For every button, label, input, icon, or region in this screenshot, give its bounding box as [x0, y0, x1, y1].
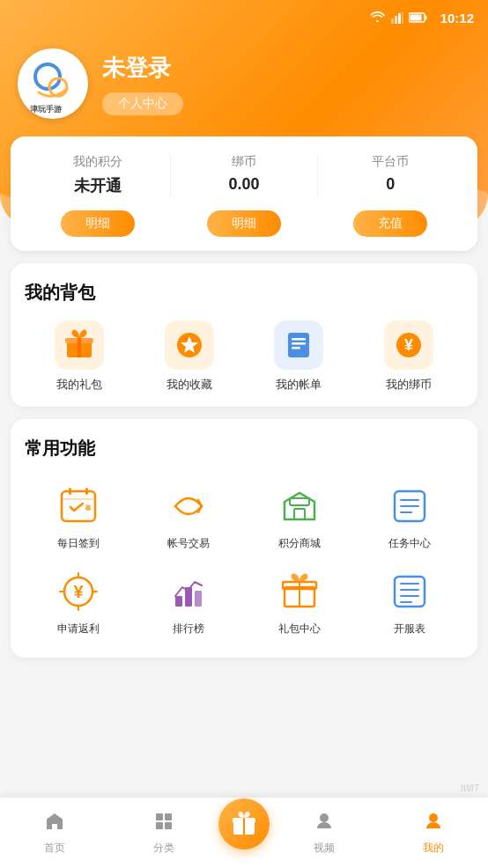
apply-rebate-icon: ¥ [55, 569, 101, 614]
svg-text:¥: ¥ [404, 336, 413, 354]
functions-title: 常用功能 [25, 437, 463, 460]
backpack-title: 我的背包 [25, 281, 463, 305]
stat-bindcoin-value: 0.00 [228, 175, 259, 194]
server-list-item[interactable]: 开服表 [361, 562, 458, 644]
status-bar: 10:12 [0, 0, 488, 35]
leaderboard-item[interactable]: 排行榜 [140, 562, 237, 644]
nav-mine[interactable]: 我的 [379, 811, 488, 856]
account-trade-item[interactable]: 帐号交易 [140, 476, 237, 558]
my-bill-label: 我的帐单 [276, 377, 322, 393]
svg-rect-27 [290, 498, 309, 505]
avatar[interactable]: 津玩手游 [18, 48, 88, 119]
recharge-button[interactable]: 充值 [353, 210, 427, 237]
my-favorites-item[interactable]: 我的收藏 [135, 320, 245, 393]
stat-points-value: 未开通 [74, 175, 122, 196]
svg-text:¥: ¥ [73, 582, 84, 601]
stat-points-label: 我的积分 [73, 154, 122, 170]
svg-point-53 [429, 813, 438, 822]
functions-grid: 每日签到 帐号交易 [25, 476, 463, 644]
my-giftpack-item[interactable]: 我的礼包 [25, 320, 135, 393]
svg-rect-13 [78, 338, 81, 357]
svg-rect-0 [391, 18, 394, 24]
nav-video[interactable]: 视频 [270, 811, 379, 856]
account-trade-icon [166, 483, 211, 529]
wifi-icon [370, 11, 386, 24]
apply-rebate-item[interactable]: ¥ 申请返利 [30, 562, 127, 644]
leaderboard-icon [166, 569, 211, 614]
svg-rect-23 [62, 498, 95, 500]
video-icon [314, 811, 335, 837]
profile-name: 未登录 [102, 53, 183, 84]
nav-category[interactable]: 分类 [109, 811, 218, 856]
signal-icon [391, 11, 403, 24]
svg-rect-18 [292, 342, 306, 345]
task-center-icon [387, 483, 433, 529]
functions-section: 常用功能 每日签到 [11, 419, 477, 658]
my-bindcoin-item[interactable]: ¥ 我的绑币 [354, 320, 464, 393]
svg-rect-47 [156, 822, 163, 829]
stat-bindcoin-label: 绑币 [232, 154, 256, 170]
svg-rect-6 [410, 15, 421, 21]
svg-rect-46 [165, 813, 172, 820]
my-bindcoin-icon: ¥ [384, 320, 433, 370]
gift-center-item[interactable]: 礼包中心 [251, 562, 348, 644]
svg-rect-26 [294, 509, 305, 519]
my-bill-icon [274, 320, 323, 370]
svg-rect-24 [69, 488, 71, 495]
svg-rect-16 [288, 333, 309, 357]
daily-signin-item[interactable]: 每日签到 [30, 476, 127, 558]
svg-rect-3 [402, 11, 403, 24]
stat-points: 我的积分 未开通 [25, 154, 170, 196]
nav-gift-icon [231, 811, 257, 837]
svg-rect-19 [292, 347, 300, 349]
svg-rect-34 [175, 596, 182, 607]
personal-center-button[interactable]: 个人中心 [102, 92, 183, 115]
nav-center-gift-button[interactable] [218, 798, 270, 850]
main-content: 我的积分 未开通 绑币 0.00 平台币 0 明细 明细 充值 我的背包 [0, 136, 488, 868]
gift-center-label: 礼包中心 [278, 622, 321, 636]
svg-rect-48 [165, 822, 172, 829]
my-bill-item[interactable]: 我的帐单 [244, 320, 354, 393]
svg-rect-1 [395, 16, 397, 24]
category-icon [153, 811, 174, 837]
my-bindcoin-label: 我的绑币 [386, 377, 432, 393]
nav-home-label: 首页 [44, 841, 65, 856]
stat-platformcoin: 平台币 0 [317, 154, 463, 196]
points-mall-item[interactable]: 积分商城 [251, 476, 348, 558]
daily-signin-label: 每日签到 [57, 536, 100, 551]
stats-row: 我的积分 未开通 绑币 0.00 平台币 0 [25, 154, 463, 196]
stat-platformcoin-label: 平台币 [372, 154, 409, 170]
task-center-item[interactable]: 任务中心 [361, 476, 458, 558]
status-time: 10:12 [440, 11, 474, 26]
stats-card: 我的积分 未开通 绑币 0.00 平台币 0 明细 明细 充值 [11, 136, 477, 251]
gift-center-icon [277, 569, 322, 614]
points-mall-label: 积分商城 [278, 536, 321, 551]
svg-rect-17 [292, 338, 306, 341]
svg-rect-45 [156, 813, 163, 820]
server-list-icon [387, 569, 433, 614]
my-favorites-icon [165, 320, 214, 370]
mine-icon [423, 811, 444, 837]
my-giftpack-icon [55, 320, 104, 370]
my-favorites-label: 我的收藏 [166, 377, 212, 393]
nav-home[interactable]: 首页 [0, 811, 109, 856]
watermark: tWIT [461, 783, 479, 793]
home-icon [44, 811, 65, 837]
battery-icon [409, 12, 428, 23]
stat-bindcoin: 绑币 0.00 [170, 154, 316, 196]
bottom-nav: 首页 分类 视频 [0, 798, 488, 868]
nav-category-label: 分类 [153, 841, 174, 856]
task-center-label: 任务中心 [388, 536, 431, 551]
svg-point-52 [320, 813, 329, 822]
profile-area: 津玩手游 未登录 个人中心 [18, 48, 470, 119]
backpack-section: 我的背包 我的礼包 [11, 263, 477, 407]
app-logo: 津玩手游 [21, 52, 85, 115]
svg-text:津玩手游: 津玩手游 [30, 105, 63, 114]
points-detail-button[interactable]: 明细 [61, 210, 135, 237]
daily-signin-icon [55, 483, 101, 529]
svg-rect-5 [425, 16, 426, 20]
points-mall-icon [277, 483, 322, 529]
stat-platformcoin-value: 0 [386, 175, 395, 194]
bindcoin-detail-button[interactable]: 明细 [207, 210, 281, 237]
leaderboard-label: 排行榜 [173, 622, 204, 636]
